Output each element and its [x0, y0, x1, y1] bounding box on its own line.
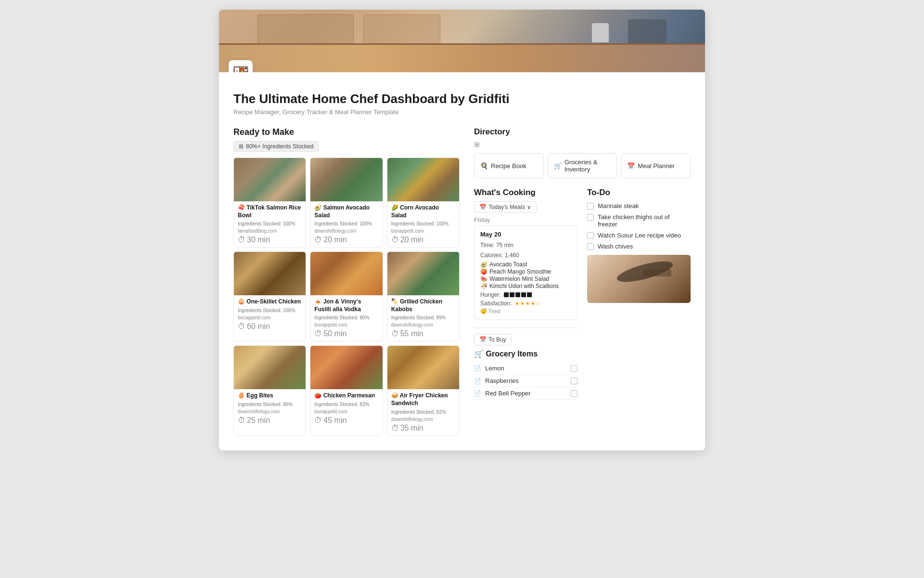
recipe-image — [234, 252, 306, 295]
recipe-name: 🍣 TikTok Salmon Rice Bowl — [238, 204, 302, 219]
recipe-image — [310, 158, 382, 201]
clock-icon: ⏱ — [314, 329, 322, 338]
recipe-source: downshiftology.com — [314, 227, 378, 235]
grocery-title-text: Grocery Items — [486, 350, 538, 358]
todo-items: Marinate steak Take chicken thighs out o… — [587, 202, 691, 250]
recipe-info: 🍝 Jon & Vinny's Fusilli alla Vodka Ingre… — [310, 295, 382, 341]
recipe-info: 🧅 One-Skillet Chicken Ingredients Stocke… — [234, 295, 306, 334]
directory-grid-icon: ⊞ — [474, 141, 691, 148]
hunger-bar-1 — [504, 292, 509, 297]
doc-icon: 📄 — [474, 365, 481, 372]
recipe-name: 🍢 Grilled Chicken Kabobs — [391, 298, 455, 313]
recipe-time: ⏱ 20 min — [391, 236, 455, 244]
grocery-checkbox[interactable] — [571, 365, 578, 372]
grocery-checkbox[interactable] — [571, 390, 578, 397]
meals-filter[interactable]: 📅 Today's Meals ∨ — [474, 201, 537, 213]
todo-item: Watch Susur Lee recipe video — [587, 232, 691, 239]
grocery-checkbox[interactable] — [571, 378, 578, 384]
recipe-source: iamafoodblog.com — [238, 227, 302, 235]
filter-tag[interactable]: ⊞ 80%+ Ingredients Stocked — [233, 141, 319, 152]
clock-icon: ⏱ — [238, 236, 245, 244]
recipe-card[interactable]: 🍝 Jon & Vinny's Fusilli alla Vodka Ingre… — [310, 251, 383, 342]
recipe-info: 🥑 Salmon Avocado Salad Ingredients Stock… — [310, 201, 382, 247]
hunger-bar-5 — [527, 292, 532, 297]
recipe-name: 🥚 Egg Bites — [238, 392, 302, 400]
recipe-card[interactable]: 🧅 One-Skillet Chicken Ingredients Stocke… — [233, 251, 306, 342]
hero-counter-decoration — [219, 43, 705, 72]
grocery-title: 🛒 Grocery Items — [474, 349, 578, 358]
page-subtitle: Recipe Manager, Grocery Tracker & Meal P… — [233, 108, 691, 116]
recipe-info: 🍣 TikTok Salmon Rice Bowl Ingredients St… — [234, 201, 306, 247]
meal-item: 🍜Kimchi Udon with Scallions — [480, 283, 571, 289]
mood-tag: 😴 Tired — [480, 308, 571, 315]
left-column: Ready to Make ⊞ 80%+ Ingredients Stocked… — [233, 127, 460, 436]
recipe-name: 🍅 Chicken Parmesan — [314, 392, 378, 400]
meal-card: May 20 Time: 75 min Calories: 1,460 🥑Avo… — [474, 225, 578, 320]
grocery-item: 📄 Red Bell Pepper — [474, 387, 578, 400]
grocery-item-name: Lemon — [485, 365, 504, 372]
recipe-time: ⏱ 30 min — [238, 236, 302, 244]
calendar-icon-2: 📅 — [479, 336, 487, 343]
hunger-row: Hunger: — [480, 291, 571, 298]
grocery-item: 📄 Raspberries — [474, 375, 578, 387]
recipe-source: bonappetit.com — [238, 314, 302, 321]
recipe-time: ⏱ 20 min — [314, 236, 378, 244]
grocery-icon: 🛒 — [474, 350, 484, 358]
todo-checkbox[interactable] — [587, 243, 594, 250]
main-layout: Ready to Make ⊞ 80%+ Ingredients Stocked… — [233, 127, 691, 436]
todo-item: Take chicken thighs out of freezer — [587, 213, 691, 228]
grocery-section: 📅 To Buy 🛒 Grocery Items 📄 Lemon — [474, 328, 578, 400]
recipe-stocked: Ingredients Stocked: 83% — [314, 401, 378, 408]
todo-checkbox[interactable] — [587, 214, 594, 221]
clock-icon: ⏱ — [391, 236, 399, 244]
todo-checkbox[interactable] — [587, 232, 594, 239]
recipe-image — [234, 346, 306, 389]
recipe-name: 🌽 Corn Avocado Salad — [391, 204, 455, 219]
recipe-info: 🌽 Corn Avocado Salad Ingredients Stocked… — [387, 201, 459, 247]
dir-card-icon: 📅 — [627, 162, 635, 170]
satisfaction-label: Satisfaction: — [480, 300, 512, 307]
todo-text: Wash chives — [598, 243, 633, 250]
recipe-card[interactable]: 🥪 Air Fryer Chicken Sandwich Ingredients… — [387, 345, 460, 435]
recipe-card[interactable]: 🍅 Chicken Parmesan Ingredients Stocked: … — [310, 345, 383, 435]
recipe-card[interactable]: 🍢 Grilled Chicken Kabobs Ingredients Sto… — [387, 251, 460, 342]
dir-card-label: Groceries & Inventory — [565, 158, 611, 173]
recipe-card[interactable]: 🍣 TikTok Salmon Rice Bowl Ingredients St… — [233, 158, 306, 248]
directory-card-0[interactable]: 🍳 Recipe Book — [474, 153, 544, 178]
hero-kettle-decoration — [592, 23, 609, 42]
todo-text: Marinate steak — [598, 202, 639, 210]
directory-card-1[interactable]: 🛒 Groceries & Inventory — [548, 153, 617, 178]
hunger-bar-3 — [515, 292, 520, 297]
filter-icon: ⊞ — [239, 143, 244, 150]
clock-icon: ⏱ — [391, 424, 399, 433]
to-buy-filter[interactable]: 📅 To Buy — [474, 334, 512, 345]
doc-icon: 📄 — [474, 390, 481, 397]
right-column: Directory ⊞ 🍳 Recipe Book 🛒 Groceries & … — [474, 127, 691, 436]
recipe-image — [387, 346, 459, 389]
recipe-image — [310, 252, 382, 295]
day-label: Friday — [474, 217, 578, 223]
dir-card-label: Recipe Book — [491, 162, 526, 170]
recipe-card[interactable]: 🥑 Salmon Avocado Salad Ingredients Stock… — [310, 158, 383, 248]
meal-time: Time: 75 min — [480, 241, 571, 250]
meal-card-date: May 20 — [480, 231, 571, 238]
recipe-card[interactable]: 🥚 Egg Bites Ingredients Stocked: 86% dow… — [233, 345, 306, 435]
directory-card-2[interactable]: 📅 Meal Planner — [621, 153, 691, 178]
filter-label: 80%+ Ingredients Stocked — [246, 143, 313, 150]
recipe-source: bonappetit.com — [314, 321, 378, 328]
calendar-icon: 📅 — [479, 204, 487, 210]
grocery-item-name: Red Bell Pepper — [485, 390, 531, 397]
recipe-time: ⏱ 35 min — [391, 424, 455, 433]
recipe-source: downshiftology.com — [238, 408, 302, 415]
recipe-card[interactable]: 🌽 Corn Avocado Salad Ingredients Stocked… — [387, 158, 460, 248]
doc-icon: 📄 — [474, 378, 481, 384]
page-title: The Ultimate Home Chef Dashboard by Grid… — [233, 92, 691, 106]
recipe-time: ⏱ 60 min — [238, 322, 302, 331]
todo-checkbox[interactable] — [587, 203, 594, 210]
recipe-stocked: Ingredients Stocked: 100% — [238, 220, 302, 227]
dir-card-label: Meal Planner — [638, 162, 675, 170]
recipe-image — [387, 158, 459, 201]
clock-icon: ⏱ — [391, 329, 399, 338]
cooking-left: What's Cooking 📅 Today's Meals ∨ Friday … — [474, 188, 578, 400]
satisfaction-stars: ★★★★☆ — [514, 300, 541, 307]
